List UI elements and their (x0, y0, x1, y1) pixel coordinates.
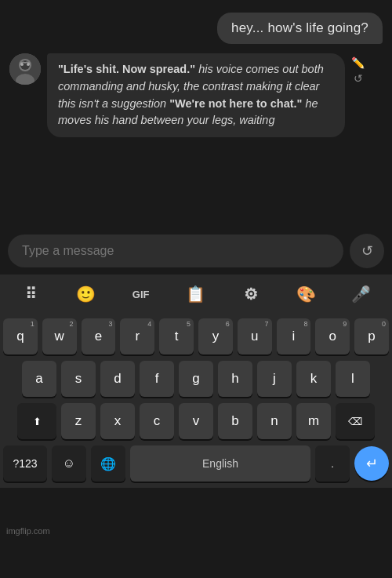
palette-icon: 🎨 (296, 285, 316, 304)
key-s[interactable]: s (61, 361, 96, 397)
key-emoji[interactable]: ☺ (52, 445, 86, 482)
microphone-icon: 🎤 (351, 285, 371, 304)
theme-button[interactable]: 🎨 (290, 280, 323, 308)
key-m[interactable]: m (296, 403, 331, 439)
key-l[interactable]: l (336, 361, 370, 397)
key-a[interactable]: a (22, 361, 56, 397)
message-input[interactable] (8, 234, 343, 267)
key-r[interactable]: r4 (120, 318, 154, 354)
key-h[interactable]: h (218, 361, 252, 397)
outgoing-message: hey... how's life going? (217, 13, 383, 44)
settings-button[interactable]: ⚙ (234, 280, 267, 308)
key-z[interactable]: z (61, 403, 96, 439)
key-j[interactable]: j (257, 361, 292, 397)
edit-icon[interactable]: ✏️ (351, 56, 365, 69)
key-n[interactable]: n (257, 403, 292, 439)
settings-icon: ⚙ (244, 285, 258, 304)
incoming-bold-2: "We're not here to chat." (169, 97, 302, 110)
key-b[interactable]: b (218, 403, 252, 439)
key-y[interactable]: y6 (198, 318, 233, 354)
clipboard-button[interactable]: 📋 (180, 280, 212, 308)
incoming-message-row: "Life's shit. Now spread." his voice com… (9, 53, 383, 137)
input-refresh-button[interactable]: ↺ (350, 234, 384, 268)
key-numbers[interactable]: ?123 (3, 445, 47, 482)
incoming-bold-1: "Life's shit. Now spread." (58, 63, 195, 75)
key-u[interactable]: u7 (238, 318, 272, 354)
emoji-icon: ☺ (63, 456, 75, 471)
keyboard: q1 w2 e3 r4 t5 y6 u7 i8 o9 p0 a s d f g … (0, 314, 392, 488)
globe-icon: 🌐 (100, 456, 116, 471)
key-shift[interactable]: ⬆ (17, 403, 56, 439)
message-action-icons: ✏️ ↺ (351, 53, 365, 85)
key-c[interactable]: c (140, 403, 174, 439)
key-k[interactable]: k (296, 361, 331, 397)
keyboard-row-3: ⬆ z x c v b n m ⌫ (3, 403, 389, 439)
key-globe[interactable]: 🌐 (91, 445, 125, 482)
keyboard-row-2: a s d f g h j k l (3, 361, 389, 397)
key-w[interactable]: w2 (42, 318, 77, 354)
watermark: imgflip.com (6, 526, 50, 536)
keyboard-row-4: ?123 ☺ 🌐 English . ↵ (3, 445, 389, 482)
key-f[interactable]: f (140, 361, 174, 397)
sticker-icon: 🙂 (76, 285, 96, 304)
keyboard-toolbar: ⠿ 🙂 GIF 📋 ⚙ 🎨 🎤 (0, 274, 392, 314)
apps-button[interactable]: ⠿ (14, 280, 47, 308)
apps-icon: ⠿ (25, 285, 37, 304)
svg-point-5 (27, 63, 30, 66)
gif-label: GIF (132, 289, 150, 300)
enter-icon: ↵ (366, 455, 378, 472)
key-e[interactable]: e3 (82, 318, 116, 354)
gif-button[interactable]: GIF (125, 280, 158, 308)
key-i[interactable]: i8 (277, 318, 311, 354)
sticker-button[interactable]: 🙂 (69, 280, 102, 308)
svg-point-4 (20, 63, 24, 66)
key-q[interactable]: q1 (3, 318, 38, 354)
keyboard-row-1: q1 w2 e3 r4 t5 y6 u7 i8 o9 p0 (3, 318, 389, 354)
key-x[interactable]: x (100, 403, 135, 439)
key-period[interactable]: . (315, 445, 350, 482)
chat-area: hey... how's life going? "Life's shit. N… (0, 0, 392, 227)
key-enter[interactable]: ↵ (354, 446, 389, 481)
key-o[interactable]: o9 (315, 318, 350, 354)
refresh-icon: ↺ (361, 242, 373, 260)
clipboard-icon: 📋 (186, 285, 205, 304)
microphone-button[interactable]: 🎤 (345, 280, 378, 308)
key-v[interactable]: v (179, 403, 213, 439)
key-backspace[interactable]: ⌫ (336, 403, 375, 439)
key-space[interactable]: English (130, 445, 310, 482)
refresh-icon[interactable]: ↺ (354, 72, 363, 85)
incoming-message-content: "Life's shit. Now spread." his voice com… (47, 53, 345, 137)
key-d[interactable]: d (100, 361, 135, 397)
avatar (9, 53, 41, 85)
key-g[interactable]: g (179, 361, 213, 397)
key-p[interactable]: p0 (354, 318, 389, 354)
key-t[interactable]: t5 (159, 318, 194, 354)
input-bar: ↺ (0, 227, 392, 274)
